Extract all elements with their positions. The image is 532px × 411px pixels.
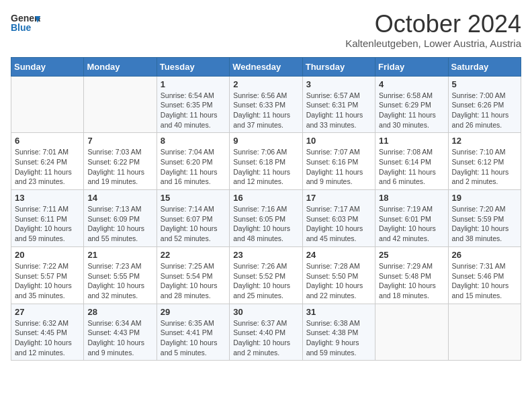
calendar-cell: 18Sunrise: 7:19 AMSunset: 6:01 PMDayligh… xyxy=(375,190,448,247)
calendar-cell: 11Sunrise: 7:08 AMSunset: 6:14 PMDayligh… xyxy=(375,133,448,190)
day-number: 15 xyxy=(161,193,226,203)
day-number: 14 xyxy=(87,193,152,203)
day-info: Sunrise: 7:31 AMSunset: 5:46 PMDaylight:… xyxy=(452,261,517,301)
calendar-cell: 14Sunrise: 7:13 AMSunset: 6:09 PMDayligh… xyxy=(84,190,157,247)
day-number: 7 xyxy=(87,136,152,146)
day-number: 27 xyxy=(15,307,80,317)
calendar-cell xyxy=(84,76,157,133)
day-number: 21 xyxy=(87,250,152,260)
calendar-cell: 16Sunrise: 7:16 AMSunset: 6:05 PMDayligh… xyxy=(230,190,302,247)
day-number: 10 xyxy=(306,136,371,146)
day-info: Sunrise: 7:00 AMSunset: 6:26 PMDaylight:… xyxy=(452,91,517,130)
day-info: Sunrise: 7:17 AMSunset: 6:03 PMDaylight:… xyxy=(306,204,371,244)
calendar-cell: 10Sunrise: 7:07 AMSunset: 6:16 PMDayligh… xyxy=(302,133,375,190)
day-number: 1 xyxy=(161,79,226,89)
day-info: Sunrise: 7:20 AMSunset: 5:59 PMDaylight:… xyxy=(452,204,517,244)
day-number: 6 xyxy=(15,136,80,146)
day-number: 11 xyxy=(379,136,444,146)
day-info: Sunrise: 7:14 AMSunset: 6:07 PMDaylight:… xyxy=(161,204,226,244)
weekday-header-sunday: Sunday xyxy=(11,57,84,76)
weekday-header-row: SundayMondayTuesdayWednesdayThursdayFrid… xyxy=(11,57,521,76)
day-info: Sunrise: 7:04 AMSunset: 6:20 PMDaylight:… xyxy=(161,147,226,187)
day-number: 24 xyxy=(306,250,371,260)
day-info: Sunrise: 7:10 AMSunset: 6:12 PMDaylight:… xyxy=(452,147,517,187)
day-number: 5 xyxy=(452,79,517,89)
calendar-cell: 20Sunrise: 7:22 AMSunset: 5:57 PMDayligh… xyxy=(11,246,84,304)
svg-text:Blue: Blue xyxy=(11,22,32,33)
day-info: Sunrise: 6:56 AMSunset: 6:33 PMDaylight:… xyxy=(233,91,298,130)
calendar-cell: 31Sunrise: 6:38 AMSunset: 4:38 PMDayligh… xyxy=(302,304,375,361)
day-info: Sunrise: 6:54 AMSunset: 6:35 PMDaylight:… xyxy=(161,91,226,130)
calendar-table: SundayMondayTuesdayWednesdayThursdayFrid… xyxy=(11,57,521,361)
day-number: 19 xyxy=(452,193,517,203)
calendar-cell: 13Sunrise: 7:11 AMSunset: 6:11 PMDayligh… xyxy=(11,190,84,247)
day-info: Sunrise: 6:57 AMSunset: 6:31 PMDaylight:… xyxy=(306,91,371,130)
calendar-cell: 6Sunrise: 7:01 AMSunset: 6:24 PMDaylight… xyxy=(11,133,84,190)
day-number: 16 xyxy=(233,193,298,203)
weekday-header-tuesday: Tuesday xyxy=(157,57,229,76)
calendar-week-5: 27Sunrise: 6:32 AMSunset: 4:45 PMDayligh… xyxy=(11,304,521,361)
calendar-cell: 15Sunrise: 7:14 AMSunset: 6:07 PMDayligh… xyxy=(157,190,229,247)
day-number: 29 xyxy=(161,307,226,317)
day-number: 31 xyxy=(306,307,371,317)
day-number: 12 xyxy=(452,136,517,146)
day-number: 13 xyxy=(15,193,80,203)
calendar-cell xyxy=(11,76,84,133)
day-info: Sunrise: 6:35 AMSunset: 4:41 PMDaylight:… xyxy=(161,318,226,358)
day-info: Sunrise: 7:29 AMSunset: 5:48 PMDaylight:… xyxy=(379,261,444,301)
day-info: Sunrise: 7:08 AMSunset: 6:14 PMDaylight:… xyxy=(379,147,444,187)
day-info: Sunrise: 7:06 AMSunset: 6:18 PMDaylight:… xyxy=(233,147,298,187)
day-info: Sunrise: 7:22 AMSunset: 5:57 PMDaylight:… xyxy=(15,261,80,301)
day-info: Sunrise: 6:37 AMSunset: 4:40 PMDaylight:… xyxy=(233,318,298,358)
day-info: Sunrise: 7:23 AMSunset: 5:55 PMDaylight:… xyxy=(87,261,152,301)
day-info: Sunrise: 7:03 AMSunset: 6:22 PMDaylight:… xyxy=(87,147,152,187)
day-number: 28 xyxy=(87,307,152,317)
calendar-cell: 24Sunrise: 7:28 AMSunset: 5:50 PMDayligh… xyxy=(302,246,375,304)
calendar-cell: 19Sunrise: 7:20 AMSunset: 5:59 PMDayligh… xyxy=(448,190,521,247)
page-header: General Blue October 2024 Kaltenleutgebe… xyxy=(11,11,521,49)
weekday-header-friday: Friday xyxy=(375,57,448,76)
day-info: Sunrise: 6:32 AMSunset: 4:45 PMDaylight:… xyxy=(15,318,80,358)
calendar-cell: 8Sunrise: 7:04 AMSunset: 6:20 PMDaylight… xyxy=(157,133,229,190)
day-number: 20 xyxy=(15,250,80,260)
weekday-header-thursday: Thursday xyxy=(302,57,375,76)
day-number: 9 xyxy=(233,136,298,146)
title-section: October 2024 Kaltenleutgeben, Lower Aust… xyxy=(345,11,521,49)
calendar-cell: 29Sunrise: 6:35 AMSunset: 4:41 PMDayligh… xyxy=(157,304,229,361)
day-info: Sunrise: 7:26 AMSunset: 5:52 PMDaylight:… xyxy=(233,261,298,301)
calendar-cell: 17Sunrise: 7:17 AMSunset: 6:03 PMDayligh… xyxy=(302,190,375,247)
calendar-cell: 22Sunrise: 7:25 AMSunset: 5:54 PMDayligh… xyxy=(157,246,229,304)
calendar-week-3: 13Sunrise: 7:11 AMSunset: 6:11 PMDayligh… xyxy=(11,190,521,247)
day-number: 4 xyxy=(379,79,444,89)
day-number: 26 xyxy=(452,250,517,260)
day-info: Sunrise: 6:34 AMSunset: 4:43 PMDaylight:… xyxy=(87,318,152,358)
calendar-cell: 9Sunrise: 7:06 AMSunset: 6:18 PMDaylight… xyxy=(230,133,302,190)
weekday-header-wednesday: Wednesday xyxy=(230,57,302,76)
day-info: Sunrise: 7:13 AMSunset: 6:09 PMDaylight:… xyxy=(87,204,152,244)
logo: General Blue xyxy=(11,11,40,35)
day-info: Sunrise: 7:11 AMSunset: 6:11 PMDaylight:… xyxy=(15,204,80,244)
calendar-cell: 30Sunrise: 6:37 AMSunset: 4:40 PMDayligh… xyxy=(230,304,302,361)
weekday-header-monday: Monday xyxy=(84,57,157,76)
calendar-cell xyxy=(375,304,448,361)
calendar-cell: 5Sunrise: 7:00 AMSunset: 6:26 PMDaylight… xyxy=(448,76,521,133)
day-info: Sunrise: 7:19 AMSunset: 6:01 PMDaylight:… xyxy=(379,204,444,244)
calendar-cell: 23Sunrise: 7:26 AMSunset: 5:52 PMDayligh… xyxy=(230,246,302,304)
calendar-cell: 21Sunrise: 7:23 AMSunset: 5:55 PMDayligh… xyxy=(84,246,157,304)
calendar-cell: 12Sunrise: 7:10 AMSunset: 6:12 PMDayligh… xyxy=(448,133,521,190)
day-number: 25 xyxy=(379,250,444,260)
day-info: Sunrise: 7:01 AMSunset: 6:24 PMDaylight:… xyxy=(15,147,80,187)
day-info: Sunrise: 7:16 AMSunset: 6:05 PMDaylight:… xyxy=(233,204,298,244)
day-info: Sunrise: 7:25 AMSunset: 5:54 PMDaylight:… xyxy=(161,261,226,301)
day-number: 8 xyxy=(161,136,226,146)
calendar-week-1: 1Sunrise: 6:54 AMSunset: 6:35 PMDaylight… xyxy=(11,76,521,133)
weekday-header-saturday: Saturday xyxy=(448,57,521,76)
day-number: 17 xyxy=(306,193,371,203)
calendar-cell: 3Sunrise: 6:57 AMSunset: 6:31 PMDaylight… xyxy=(302,76,375,133)
day-number: 22 xyxy=(161,250,226,260)
day-number: 30 xyxy=(233,307,298,317)
logo-icon: General Blue xyxy=(11,11,40,35)
day-info: Sunrise: 6:38 AMSunset: 4:38 PMDaylight:… xyxy=(306,318,371,358)
calendar-cell: 7Sunrise: 7:03 AMSunset: 6:22 PMDaylight… xyxy=(84,133,157,190)
day-number: 23 xyxy=(233,250,298,260)
